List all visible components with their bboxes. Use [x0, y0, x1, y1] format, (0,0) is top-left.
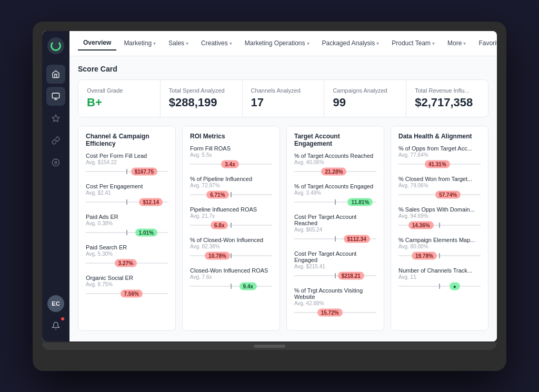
- metric-badge: 11.81%: [347, 198, 373, 206]
- metric-row: % Sales Opps With Domain...Avg. 94.69%14…: [398, 206, 481, 229]
- bullet-center-marker: [335, 199, 336, 205]
- metric-row-avg: Avg. $2.41: [86, 190, 168, 196]
- sidebar-item-settings[interactable]: [46, 153, 65, 172]
- bullet-chart: $112.34: [294, 235, 376, 243]
- nav-product-team[interactable]: Product Team ▾: [386, 36, 440, 50]
- metric-row: Cost Per Target Account EngagedAvg. $215…: [294, 250, 376, 280]
- nav-packaged[interactable]: Packaged Analysis ▾: [317, 36, 385, 50]
- scorecard-title: Score Card: [78, 65, 488, 73]
- metric-value: $288,199: [169, 96, 234, 109]
- metric-revenue: Total Revenue Influ... $2,717,358: [406, 80, 488, 117]
- bullet-track: 3.4x: [190, 164, 272, 165]
- metric-row-label: % of Trgt Accounts Visiting Website: [294, 287, 376, 300]
- metric-label: Campaigns Analyzed: [333, 87, 397, 94]
- metric-row-avg: Avg. $65.24: [294, 227, 376, 233]
- bullet-chart: 10.78%: [190, 252, 272, 260]
- metric-row-label: % Sales Opps With Domain...: [398, 206, 481, 213]
- bullet-track: 21.28%: [294, 171, 376, 172]
- metric-row: % of Pipeline InfluencedAvg. 72.97%6.71%: [190, 176, 272, 199]
- bullet-chart: ●: [398, 282, 481, 290]
- metric-row-avg: Avg. 80.00%: [398, 244, 481, 249]
- nav-overview[interactable]: Overview: [78, 36, 116, 51]
- nav-more[interactable]: More ▾: [442, 36, 471, 50]
- metric-badge: 14.36%: [408, 221, 434, 229]
- metric-row-avg: Avg. $215.41: [294, 264, 376, 269]
- metric-row-label: % of Target Accounts Reached: [294, 153, 376, 159]
- metric-badge: 9.4x: [239, 282, 257, 290]
- chart-panel-title: Channel & Campaign Efficiency: [86, 133, 168, 147]
- nav-favorites[interactable]: Favorites ▾: [473, 36, 497, 50]
- nav-marketing[interactable]: Marketing ▾: [118, 36, 161, 50]
- sidebar-item-home[interactable]: [46, 65, 65, 84]
- chevron-down-icon: ▾: [376, 41, 379, 46]
- metric-row-avg: Avg. 5.5x: [190, 152, 272, 158]
- metric-row-label: % Closed Won from Target...: [398, 176, 481, 182]
- bullet-track: 3.27%: [86, 263, 168, 264]
- bullet-track: $167.75: [86, 171, 168, 172]
- bullet-chart: 11.81%: [294, 198, 376, 206]
- metric-label: Total Revenue Influ...: [415, 87, 480, 94]
- metric-row-avg: Avg. 42.88%: [294, 300, 376, 306]
- bullet-chart: 15.72%: [294, 308, 376, 317]
- sidebar-item-sparkle[interactable]: [46, 109, 65, 128]
- metric-row-label: % of Opps from Target Acc...: [398, 145, 481, 152]
- chart-panel-title: ROI Metrics: [190, 133, 272, 140]
- metric-row: % of Target Accounts ReachedAvg. 40.06%2…: [294, 153, 376, 176]
- metric-badge: 41.31%: [425, 160, 450, 168]
- bullet-center-marker: [126, 199, 127, 205]
- metric-row-label: % of Pipeline Influenced: [190, 176, 272, 182]
- bullet-chart: 7.56%: [86, 289, 168, 298]
- chart-panel-title: Data Health & Alignment: [398, 133, 481, 140]
- app-logo[interactable]: [47, 37, 64, 54]
- bullet-track: $218.21: [294, 275, 376, 276]
- bullet-chart: $167.75: [86, 167, 168, 176]
- metric-badge: 6.71%: [206, 190, 228, 198]
- nav-sales[interactable]: Sales ▾: [163, 36, 194, 50]
- metric-badge: $218.21: [338, 272, 364, 279]
- nav-marketing-ops[interactable]: Marketing Operations ▾: [239, 36, 315, 50]
- content-area: Score Card Overall Grade B+ Total Spend …: [69, 56, 497, 341]
- bullet-chart: 1.01%: [86, 228, 168, 237]
- bullet-track: 6.71%: [190, 194, 272, 195]
- nav-creatives[interactable]: Creatives ▾: [196, 36, 237, 50]
- metric-row-label: Pipeline Influenced ROAS: [190, 206, 272, 213]
- bullet-chart: 21.28%: [294, 167, 376, 176]
- user-avatar[interactable]: EC: [47, 295, 64, 312]
- metric-row-label: Cost Per Target Account Reached: [294, 214, 376, 226]
- bullet-track: 57.74%: [398, 194, 481, 195]
- metric-row-label: Closed-Won Influenced ROAS: [190, 267, 272, 274]
- metric-badge: 19.78%: [412, 252, 437, 259]
- metric-row-label: Number of Channels Track...: [398, 267, 481, 274]
- notifications-icon[interactable]: [46, 316, 65, 335]
- bullet-chart: 9.4x: [190, 282, 272, 290]
- metric-row-avg: Avg. 0.38%: [86, 220, 168, 226]
- metric-badge: 21.28%: [321, 167, 346, 175]
- metric-row: Closed-Won Influenced ROASAvg. 7.6x9.4x: [190, 267, 272, 290]
- svg-marker-3: [52, 115, 59, 122]
- metric-row: % of Closed-Won InfluencedAvg. 82.38%10.…: [190, 237, 272, 260]
- metric-row-label: Paid Search ER: [86, 244, 168, 250]
- metric-badge: 3.4x: [221, 160, 238, 168]
- sidebar-nav: [46, 65, 65, 295]
- metrics-row: Overall Grade B+ Total Spend Analyzed $2…: [78, 79, 488, 117]
- metric-label: Total Spend Analyzed: [169, 87, 234, 94]
- metric-row-avg: Avg. 94.69%: [398, 213, 481, 219]
- metric-row: Number of Channels Track...Avg. 11●: [398, 267, 481, 290]
- metric-value: B+: [87, 96, 152, 109]
- sidebar-item-chart[interactable]: [46, 87, 65, 106]
- metric-row-avg: Avg. 72.97%: [190, 183, 272, 188]
- metric-row: % of Target Accounts EngagedAvg. 3.49%11…: [294, 183, 376, 206]
- metric-campaigns: Campaigns Analyzed 99: [324, 80, 406, 117]
- bullet-center-marker: [439, 284, 440, 289]
- chevron-down-icon: ▾: [307, 41, 310, 46]
- metric-row: Paid Search ERAvg. 5.30%3.27%: [86, 244, 168, 267]
- metric-row-avg: Avg. 5.30%: [86, 251, 168, 257]
- bullet-chart: 3.27%: [86, 259, 168, 267]
- metric-row: % Closed Won from Target...Avg. 79.06%57…: [398, 176, 481, 199]
- metric-badge: 1.01%: [135, 228, 157, 236]
- bullet-chart: 6.71%: [190, 190, 272, 199]
- metric-badge: 15.72%: [317, 308, 343, 316]
- bullet-center-marker: [231, 253, 232, 258]
- metric-row-label: % of Target Accounts Engaged: [294, 183, 376, 189]
- sidebar-item-link[interactable]: [46, 131, 65, 150]
